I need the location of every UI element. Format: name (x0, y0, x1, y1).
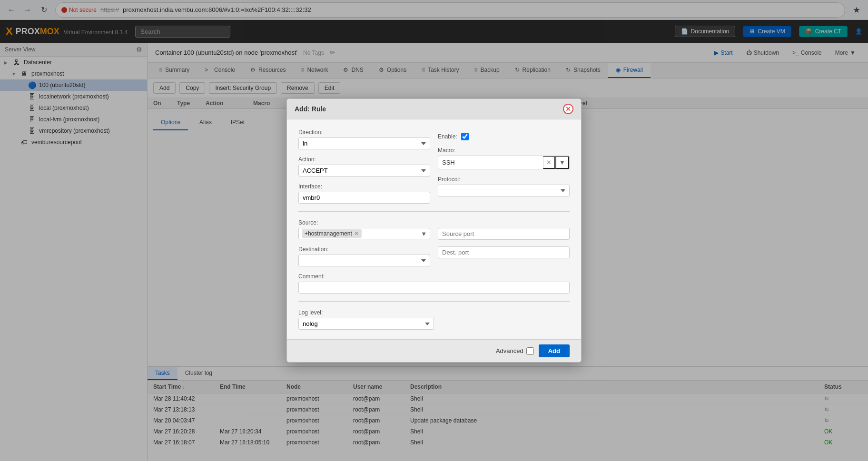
modal-left-col: Direction: in out Action: ACCEPT DROP RE… (298, 129, 430, 204)
log-level-field: Log level: nolog emerg alert crit err wa… (298, 309, 570, 330)
modal-header: Add: Rule ✕ (287, 99, 581, 119)
action-select[interactable]: ACCEPT DROP REJECT (298, 165, 430, 177)
modal-source-dest-grid: Source: +hostmanagement ✕ ▼ Destination: (298, 219, 570, 266)
source-input-wrapper[interactable]: +hostmanagement ✕ ▼ (298, 228, 430, 239)
dest-port-input[interactable] (438, 246, 570, 258)
advanced-label: Advanced (496, 347, 523, 354)
macro-field: Macro: SSH ✕ ▼ (438, 147, 570, 169)
interface-label: Interface: (298, 183, 430, 190)
source-tag-text: +hostmanagement (305, 230, 352, 237)
protocol-select[interactable]: tcp udp (438, 185, 570, 196)
comment-input[interactable] (298, 282, 570, 294)
macro-select-wrapper: SSH ✕ ▼ (438, 156, 570, 169)
source-tag-remove-button[interactable]: ✕ (354, 230, 359, 237)
protocol-field: Protocol: tcp udp (438, 176, 570, 196)
enable-checkbox[interactable] (461, 133, 469, 140)
source-label: Source: (298, 219, 430, 226)
destination-select[interactable] (298, 255, 430, 266)
add-rule-modal: Add: Rule ✕ Direction: in out Action: (286, 98, 582, 363)
modal-form-grid: Direction: in out Action: ACCEPT DROP RE… (298, 129, 570, 204)
direction-label: Direction: (298, 129, 430, 136)
log-level-select[interactable]: nolog emerg alert crit err warning notic… (298, 318, 434, 330)
modal-separator (298, 211, 570, 212)
action-field: Action: ACCEPT DROP REJECT (298, 156, 430, 177)
macro-dropdown-button[interactable]: ▼ (555, 156, 569, 169)
modal-title: Add: Rule (295, 105, 326, 113)
comment-row: Comment: (298, 273, 570, 294)
macro-label: Macro: (438, 147, 570, 154)
dest-port-field (438, 246, 570, 258)
destination-label: Destination: (298, 246, 430, 253)
direction-field: Direction: in out (298, 129, 430, 149)
macro-value: SSH (438, 157, 543, 168)
source-tag: +hostmanagement ✕ (302, 229, 362, 238)
macro-clear-button[interactable]: ✕ (543, 156, 555, 169)
action-label: Action: (298, 156, 430, 163)
interface-field: Interface: (298, 183, 430, 204)
log-level-label: Log level: (298, 309, 570, 316)
source-dropdown-icon: ▼ (421, 230, 427, 237)
modal-overlay: Add: Rule ✕ Direction: in out Action: (0, 0, 868, 461)
source-port-input[interactable] (438, 228, 570, 240)
comment-label: Comment: (298, 273, 570, 280)
enable-label: Enable: (438, 133, 457, 140)
destination-field: Destination: (298, 246, 430, 266)
source-port-field (438, 219, 570, 240)
modal-right-col: Enable: Macro: SSH ✕ ▼ Protocol: (438, 129, 570, 204)
modal-source-col: Source: +hostmanagement ✕ ▼ Destination: (298, 219, 430, 266)
modal-add-button[interactable]: Add (539, 344, 570, 357)
modal-footer: Advanced Add (287, 339, 581, 362)
modal-separator-2 (298, 301, 570, 302)
comment-field: Comment: (298, 273, 570, 294)
advanced-checkbox-row: Advanced (496, 347, 534, 355)
modal-body: Direction: in out Action: ACCEPT DROP RE… (287, 119, 581, 339)
direction-select[interactable]: in out (298, 137, 430, 149)
modal-close-button[interactable]: ✕ (563, 104, 573, 114)
modal-ports-col (438, 219, 570, 266)
advanced-checkbox[interactable] (526, 347, 534, 355)
source-field: Source: +hostmanagement ✕ ▼ (298, 219, 430, 239)
interface-input[interactable] (298, 192, 430, 204)
enable-field: Enable: (438, 129, 570, 140)
protocol-label: Protocol: (438, 176, 570, 183)
